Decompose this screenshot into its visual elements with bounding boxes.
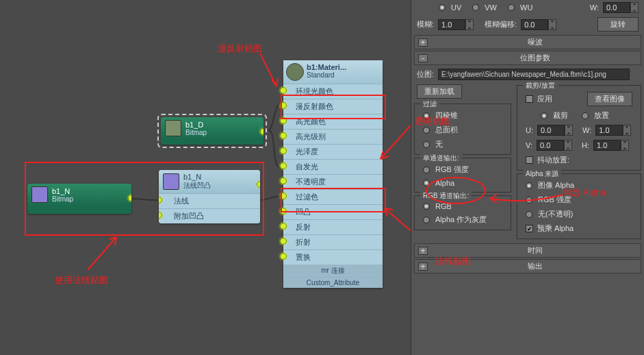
bitmap-path-input[interactable] [438,69,630,80]
material-thumbnail [286,63,304,81]
node-canvas[interactable]: b1_D Bitmap b1_N Bitmap b1_N 法线凹凸 法线 [0,0,411,355]
radio-alpha[interactable] [423,180,430,186]
mono-output-group: 单通道输出: RGB 强度 Alpha [414,158,511,193]
node-thumbnail [163,173,179,190]
radio-uv[interactable] [439,4,446,11]
spinner-v[interactable]: 0.0 [537,140,564,151]
radio-rgb-intensity-2[interactable] [526,197,532,204]
node-subtitle: 法线凹凸 [183,181,211,191]
radio-crop[interactable] [541,112,548,119]
radio-none-opaque[interactable] [526,211,532,218]
slot-specular-level[interactable]: 高光级别 [283,129,383,144]
check-apply[interactable] [526,95,533,103]
radio-place[interactable] [582,112,589,119]
radio-pyramid[interactable] [423,112,430,119]
alpha-source-group: Alpha 来源 图像 Alpha RGB 强度 无(不透明) 预乘 Alpha [517,173,641,239]
node-type: Bitmap [52,195,73,203]
check-premult-alpha[interactable] [526,225,533,232]
radio-image-alpha[interactable] [526,182,532,189]
node-title: b1_N [52,187,73,195]
material-custom-attr[interactable]: Custom_Attribute [283,277,383,288]
node-normal-bump[interactable]: b1_N 法线凹凸 法线 附加凹凸 [159,170,260,223]
radio-vw[interactable] [472,4,479,11]
node-title: b1_D [185,121,207,129]
rollout-bitmap-params[interactable]: -位图参数 [414,51,641,65]
crop-place-group: 裁剪/放置 应用 查看图像 裁剪 放置 U:0.0 W:1.0 V:0.0 H:… [517,85,641,171]
material-title: b1:Materi... [307,63,346,71]
slot-glossiness[interactable]: 光泽度 [283,144,383,159]
spinner-u[interactable]: 0.0 [537,125,565,136]
spinner-blur-offset[interactable]: 0.0 [521,19,548,30]
material-type: Standard [307,71,346,79]
slot-filter[interactable]: 过滤色 [283,189,383,204]
rollout-output[interactable]: +输出 [414,259,641,273]
annotation-use-normal: 使用法线贴图 [55,274,108,286]
spinner-blur[interactable]: 1.0 [438,19,465,30]
slot-refraction[interactable]: 折射 [283,234,383,249]
radio-wu[interactable] [508,4,515,11]
annotation-diffuse: 漫反射贴图 [218,42,262,55]
material-mr-connect[interactable]: mr 连接 [283,265,383,277]
output-port[interactable] [260,128,263,135]
slot-self-illum[interactable]: 自发光 [283,159,383,174]
output-port[interactable] [257,181,260,188]
node-thumbnail [165,120,181,136]
rollout-noise[interactable]: +噪波 [414,35,641,49]
input-port[interactable] [159,212,162,219]
check-jitter[interactable] [526,156,533,164]
spinner-w[interactable]: 0.0 [603,2,630,13]
output-port[interactable] [128,195,131,201]
radio-rgb[interactable] [423,203,430,210]
spinner-crop-h[interactable]: 1.0 [593,140,621,151]
node-b1-n-bitmap[interactable]: b1_N Bitmap [27,184,131,214]
slot-displacement[interactable]: 置换 [283,249,383,265]
slot-diffuse[interactable]: 漫反射颜色 [283,99,383,114]
properties-panel: UV VW WU W: 0.0 模糊: 1.0 模糊偏移: 0.0 旋转 +噪波… [411,0,644,355]
node-material[interactable]: b1:Materi... Standard 环境光颜色 漫反射颜色 高光颜色 高… [283,60,383,288]
radio-sum-area[interactable] [423,127,430,134]
node-b1-d[interactable]: b1_D Bitmap [161,117,263,145]
slot-bump[interactable]: 凹凸 [283,204,383,219]
rollout-time[interactable]: +时间 [414,243,641,258]
slot-additional-bump[interactable]: 附加凹凸 [159,208,260,223]
slot-ambient[interactable]: 环境光颜色 [283,84,383,99]
node-thumbnail [31,186,48,203]
view-image-button[interactable]: 查看图像 [587,92,632,106]
rotate-button[interactable]: 旋转 [597,17,639,32]
reload-button[interactable]: 重新加载 [417,84,462,99]
slot-specular[interactable]: 高光颜色 [283,114,383,129]
spinner-btn[interactable] [630,2,639,13]
node-type: Bitmap [185,129,207,136]
slot-reflection[interactable]: 反射 [283,219,383,234]
slot-normal[interactable]: 法线 [159,193,260,208]
spinner-crop-w[interactable]: 1.0 [595,125,623,136]
radio-rgb-intensity[interactable] [423,167,430,173]
rgb-output-group: RGB 通道输出: RGB Alpha 作为灰度 [414,195,511,230]
radio-alpha-gray[interactable] [423,217,430,223]
input-port[interactable] [159,197,162,204]
selection-outline: b1_D Bitmap [157,114,267,148]
filter-group: 过滤 四棱锥 总面积 无 [414,103,511,155]
radio-filter-none[interactable] [423,141,430,148]
node-title: b1_N [183,173,211,181]
slot-opacity[interactable]: 不透明度 [283,174,383,189]
